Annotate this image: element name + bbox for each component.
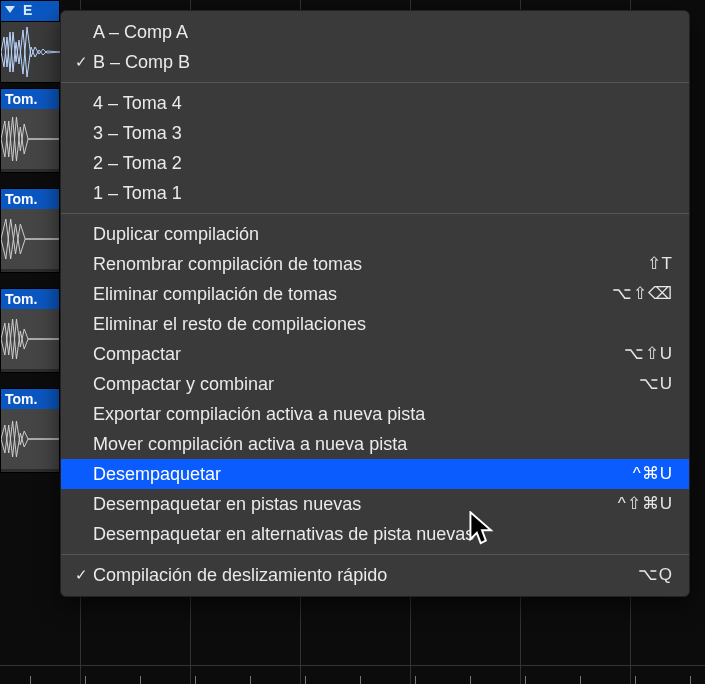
menu-item-shortcut: ⌥Q	[638, 560, 673, 590]
take-label: Tom.	[1, 289, 59, 309]
menu-item[interactable]: Desempaquetar en pistas nuevas^⇧⌘U	[61, 489, 689, 519]
menu-item-shortcut: ⌥⇧⌫	[612, 279, 673, 309]
menu-item[interactable]: Duplicar compilación	[61, 219, 689, 249]
waveform	[1, 209, 59, 269]
menu-item[interactable]: Compactar y combinar⌥U	[61, 369, 689, 399]
waveform	[1, 309, 59, 369]
menu-item[interactable]: ✓Compilación de deslizamiento rápido⌥Q	[61, 560, 689, 590]
menu-item-label: Duplicar compilación	[93, 219, 673, 249]
menu-separator	[61, 554, 689, 555]
menu-item-shortcut: ^⇧⌘U	[618, 489, 673, 519]
menu-item[interactable]: Desempaquetar en alternativas de pista n…	[61, 519, 689, 549]
menu-item-label: Compactar y combinar	[93, 369, 639, 399]
menu-item-shortcut: ⌥U	[639, 369, 673, 399]
svg-rect-0	[1, 22, 61, 82]
take-folder-context-menu: A – Comp A✓B – Comp B 4 – Toma 43 – Toma…	[60, 10, 690, 597]
menu-item[interactable]: Renombrar compilación de tomas⇧T	[61, 249, 689, 279]
disclosure-triangle-icon[interactable]	[5, 6, 15, 13]
take-label: Tom.	[1, 389, 59, 409]
menu-item[interactable]: ✓B – Comp B	[61, 47, 689, 77]
menu-item-shortcut: ^⌘U	[633, 459, 673, 489]
menu-item[interactable]: Eliminar el resto de compilaciones	[61, 309, 689, 339]
menu-item[interactable]: A – Comp A	[61, 17, 689, 47]
menu-item-label: Desempaquetar en alternativas de pista n…	[93, 519, 673, 549]
menu-item-label: Exportar compilación activa a nueva pist…	[93, 399, 673, 429]
menu-item-label: Eliminar compilación de tomas	[93, 279, 612, 309]
take-region[interactable]: Tom.	[0, 288, 60, 373]
menu-item-label: A – Comp A	[93, 17, 673, 47]
menu-item-label: 4 – Toma 4	[93, 88, 673, 118]
take-region[interactable]: Tom.	[0, 388, 60, 473]
menu-separator	[61, 213, 689, 214]
checkmark-icon: ✓	[69, 47, 93, 77]
take-label: Tom.	[1, 89, 59, 109]
menu-item-label: Desempaquetar	[93, 459, 633, 489]
menu-item-label: B – Comp B	[93, 47, 673, 77]
take-label: Tom.	[1, 189, 59, 209]
waveform	[1, 109, 59, 169]
app-canvas: E Tom. Tom. Tom. Tom. A – Comp A✓B –	[0, 0, 705, 684]
menu-item-label: Mover compilación activa a nueva pista	[93, 429, 673, 459]
take-region[interactable]: Tom.	[0, 88, 60, 173]
menu-item[interactable]: 4 – Toma 4	[61, 88, 689, 118]
menu-item[interactable]: Exportar compilación activa a nueva pist…	[61, 399, 689, 429]
menu-item-shortcut: ⇧T	[647, 249, 673, 279]
menu-item-label: 3 – Toma 3	[93, 118, 673, 148]
menu-item-label: Compactar	[93, 339, 624, 369]
menu-item-label: Renombrar compilación de tomas	[93, 249, 647, 279]
take-folder-header[interactable]: E	[0, 0, 60, 22]
menu-item-label: Desempaquetar en pistas nuevas	[93, 489, 618, 519]
take-region[interactable]: Tom.	[0, 188, 60, 273]
menu-item-label: 2 – Toma 2	[93, 148, 673, 178]
menu-item[interactable]: Desempaquetar^⌘U	[61, 459, 689, 489]
menu-item[interactable]: 2 – Toma 2	[61, 148, 689, 178]
menu-item-shortcut: ⌥⇧U	[624, 339, 673, 369]
menu-item[interactable]: Eliminar compilación de tomas⌥⇧⌫	[61, 279, 689, 309]
menu-item[interactable]: 1 – Toma 1	[61, 178, 689, 208]
take-folder-letter: E	[23, 2, 32, 18]
waveform	[1, 409, 59, 469]
take-folder-wave	[0, 22, 62, 83]
menu-item-label: 1 – Toma 1	[93, 178, 673, 208]
menu-separator	[61, 82, 689, 83]
menu-item-label: Eliminar el resto de compilaciones	[93, 309, 673, 339]
checkmark-icon: ✓	[69, 560, 93, 590]
menu-item[interactable]: Mover compilación activa a nueva pista	[61, 429, 689, 459]
menu-item[interactable]: 3 – Toma 3	[61, 118, 689, 148]
menu-item[interactable]: Compactar⌥⇧U	[61, 339, 689, 369]
timeline-ruler	[0, 670, 705, 684]
menu-item-label: Compilación de deslizamiento rápido	[93, 560, 638, 590]
